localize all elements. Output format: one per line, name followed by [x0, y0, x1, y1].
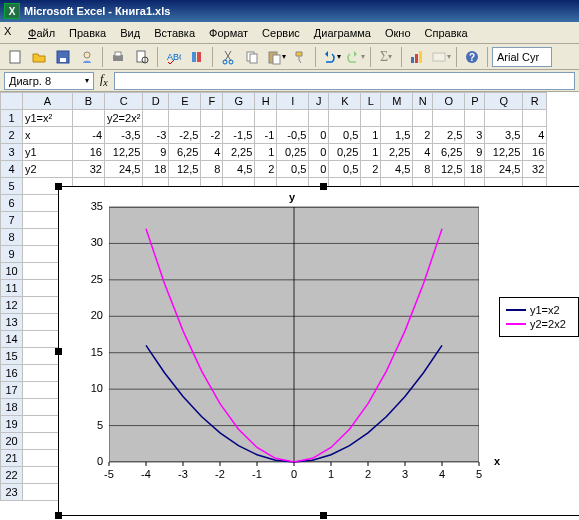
row-header-10[interactable]: 10	[1, 263, 23, 280]
cell-O3[interactable]: 6,25	[433, 144, 465, 161]
cell-M4[interactable]: 4,5	[381, 161, 413, 178]
cell-G3[interactable]: 2,25	[223, 144, 255, 161]
cell-M3[interactable]: 2,25	[381, 144, 413, 161]
row-header-8[interactable]: 8	[1, 229, 23, 246]
cell-C2[interactable]: -3,5	[105, 127, 143, 144]
cell-L2[interactable]: 1	[361, 127, 381, 144]
menu-file[interactable]: ФФайлайл	[22, 25, 61, 41]
resize-handle[interactable]	[320, 512, 327, 519]
row-header-20[interactable]: 20	[1, 433, 23, 450]
cell-Q1[interactable]	[485, 110, 523, 127]
cell-C4[interactable]: 24,5	[105, 161, 143, 178]
permission-icon[interactable]	[76, 46, 98, 68]
col-header-G[interactable]: G	[223, 93, 255, 110]
cell-C1[interactable]: y2=2x²	[105, 110, 143, 127]
col-header-E[interactable]: E	[169, 93, 201, 110]
cell-Q2[interactable]: 3,5	[485, 127, 523, 144]
cell-O4[interactable]: 12,5	[433, 161, 465, 178]
cell-A3[interactable]: y1	[23, 144, 73, 161]
cell-R1[interactable]	[523, 110, 547, 127]
cell-J2[interactable]: 0	[309, 127, 329, 144]
col-header-D[interactable]: D	[143, 93, 169, 110]
copy-icon[interactable]	[241, 46, 263, 68]
cell-B1[interactable]	[73, 110, 105, 127]
cell-A1[interactable]: y1=x²	[23, 110, 73, 127]
row-header-15[interactable]: 15	[1, 348, 23, 365]
cell-R3[interactable]: 16	[523, 144, 547, 161]
cell-J1[interactable]	[309, 110, 329, 127]
col-header-M[interactable]: M	[381, 93, 413, 110]
col-header-Q[interactable]: Q	[485, 93, 523, 110]
name-box[interactable]: Диагр. 8▾	[4, 72, 94, 90]
select-all[interactable]	[1, 93, 23, 110]
row-header-14[interactable]: 14	[1, 331, 23, 348]
spell-icon[interactable]: ABC	[162, 46, 184, 68]
row-header-6[interactable]: 6	[1, 195, 23, 212]
cell-D1[interactable]	[143, 110, 169, 127]
row-header-13[interactable]: 13	[1, 314, 23, 331]
undo-icon[interactable]: ▾	[320, 46, 342, 68]
row-header-21[interactable]: 21	[1, 450, 23, 467]
cell-Q3[interactable]: 12,25	[485, 144, 523, 161]
cell-H4[interactable]: 2	[255, 161, 277, 178]
formula-input[interactable]	[114, 72, 575, 90]
resize-handle[interactable]	[55, 183, 62, 190]
cell-D4[interactable]: 18	[143, 161, 169, 178]
col-header-H[interactable]: H	[255, 93, 277, 110]
menu-chart[interactable]: Диаграмма	[308, 25, 377, 41]
cell-M1[interactable]	[381, 110, 413, 127]
cell-R2[interactable]: 4	[523, 127, 547, 144]
worksheet-grid[interactable]: ABCDEFGHIJKLMNOPQR1y1=x²y2=2x²2x-4-3,5-3…	[0, 92, 579, 501]
cell-L4[interactable]: 2	[361, 161, 381, 178]
paste-icon[interactable]: ▾	[265, 46, 287, 68]
row-header-23[interactable]: 23	[1, 484, 23, 501]
cell-H3[interactable]: 1	[255, 144, 277, 161]
row-header-11[interactable]: 11	[1, 280, 23, 297]
resize-handle[interactable]	[55, 348, 62, 355]
col-header-I[interactable]: I	[277, 93, 309, 110]
row-header-4[interactable]: 4	[1, 161, 23, 178]
cell-E1[interactable]	[169, 110, 201, 127]
col-header-L[interactable]: L	[361, 93, 381, 110]
row-header-1[interactable]: 1	[1, 110, 23, 127]
cell-E3[interactable]: 6,25	[169, 144, 201, 161]
row-header-22[interactable]: 22	[1, 467, 23, 484]
cell-L3[interactable]: 1	[361, 144, 381, 161]
cell-N1[interactable]	[413, 110, 433, 127]
zoom-icon[interactable]: ▾	[430, 46, 452, 68]
menu-insert[interactable]: Вставка	[148, 25, 201, 41]
col-header-N[interactable]: N	[413, 93, 433, 110]
cell-A4[interactable]: y2	[23, 161, 73, 178]
cell-P3[interactable]: 9	[465, 144, 485, 161]
new-icon[interactable]	[4, 46, 26, 68]
format-painter-icon[interactable]	[289, 46, 311, 68]
row-header-9[interactable]: 9	[1, 246, 23, 263]
menu-edit[interactable]: Правка	[63, 25, 112, 41]
menu-window[interactable]: Окно	[379, 25, 417, 41]
cell-J4[interactable]: 0	[309, 161, 329, 178]
cell-F1[interactable]	[201, 110, 223, 127]
row-header-3[interactable]: 3	[1, 144, 23, 161]
cell-O2[interactable]: 2,5	[433, 127, 465, 144]
autosum-icon[interactable]: Σ▾	[375, 46, 397, 68]
help-icon[interactable]: ?	[461, 46, 483, 68]
col-header-K[interactable]: K	[329, 93, 361, 110]
menu-format[interactable]: Формат	[203, 25, 254, 41]
row-header-5[interactable]: 5	[1, 178, 23, 195]
cell-K3[interactable]: 0,25	[329, 144, 361, 161]
preview-icon[interactable]	[131, 46, 153, 68]
cell-B3[interactable]: 16	[73, 144, 105, 161]
col-header-B[interactable]: B	[73, 93, 105, 110]
row-header-16[interactable]: 16	[1, 365, 23, 382]
cell-O1[interactable]	[433, 110, 465, 127]
cell-K4[interactable]: 0,5	[329, 161, 361, 178]
redo-icon[interactable]: ▾	[344, 46, 366, 68]
cell-I4[interactable]: 0,5	[277, 161, 309, 178]
col-header-J[interactable]: J	[309, 93, 329, 110]
cell-H1[interactable]	[255, 110, 277, 127]
legend-item-y2=2x2[interactable]: y2=2x2	[506, 318, 572, 330]
font-selector[interactable]: Arial Cyr	[492, 47, 552, 67]
col-header-C[interactable]: C	[105, 93, 143, 110]
cell-N2[interactable]: 2	[413, 127, 433, 144]
cell-P1[interactable]	[465, 110, 485, 127]
